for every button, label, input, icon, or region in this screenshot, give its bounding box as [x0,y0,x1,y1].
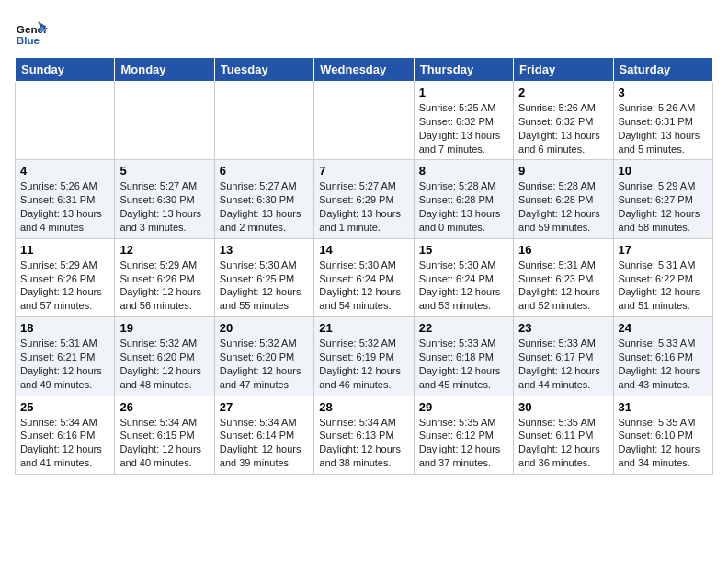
calendar-header-friday: Friday [514,58,613,82]
day-info: Sunrise: 5:32 AM Sunset: 6:20 PM Dayligh… [119,337,209,391]
calendar-week-row: 4Sunrise: 5:26 AM Sunset: 6:31 PM Daylig… [16,160,713,238]
day-number: 29 [419,400,508,414]
day-info: Sunrise: 5:27 AM Sunset: 6:30 PM Dayligh… [119,179,209,234]
day-number: 20 [220,321,309,335]
day-info: Sunrise: 5:31 AM Sunset: 6:23 PM Dayligh… [518,259,608,313]
day-number: 8 [419,164,508,178]
day-number: 2 [518,86,608,99]
day-number: 14 [319,243,408,257]
day-info: Sunrise: 5:29 AM Sunset: 6:27 PM Dayligh… [619,179,708,234]
day-info: Sunrise: 5:27 AM Sunset: 6:29 PM Dayligh… [319,179,408,234]
calendar-cell: 11Sunrise: 5:29 AM Sunset: 6:26 PM Dayli… [16,238,115,316]
day-number: 17 [619,243,708,257]
day-number: 13 [220,243,309,257]
day-number: 7 [319,164,408,178]
day-number: 10 [619,164,708,178]
day-info: Sunrise: 5:26 AM Sunset: 6:32 PM Dayligh… [518,101,608,155]
day-info: Sunrise: 5:25 AM Sunset: 6:32 PM Dayligh… [419,101,508,155]
day-number: 31 [619,400,708,414]
day-info: Sunrise: 5:28 AM Sunset: 6:28 PM Dayligh… [419,179,508,234]
day-info: Sunrise: 5:33 AM Sunset: 6:18 PM Dayligh… [419,337,508,391]
day-info: Sunrise: 5:35 AM Sunset: 6:11 PM Dayligh… [518,416,608,470]
day-info: Sunrise: 5:34 AM Sunset: 6:13 PM Dayligh… [319,416,408,470]
calendar-cell: 26Sunrise: 5:34 AM Sunset: 6:15 PM Dayli… [115,396,214,474]
calendar-cell: 8Sunrise: 5:28 AM Sunset: 6:28 PM Daylig… [414,160,513,238]
day-number: 16 [518,243,608,257]
day-info: Sunrise: 5:34 AM Sunset: 6:15 PM Dayligh… [119,416,209,470]
calendar-cell: 12Sunrise: 5:29 AM Sunset: 6:26 PM Dayli… [115,238,214,316]
day-info: Sunrise: 5:33 AM Sunset: 6:16 PM Dayligh… [619,337,708,391]
calendar-cell: 21Sunrise: 5:32 AM Sunset: 6:19 PM Dayli… [314,317,414,396]
day-number: 22 [419,321,508,335]
day-number: 5 [119,164,209,178]
day-info: Sunrise: 5:29 AM Sunset: 6:26 PM Dayligh… [119,259,209,313]
day-number: 28 [319,400,408,414]
page-header: General Blue [15,15,713,48]
day-number: 30 [518,400,608,414]
calendar-cell [115,82,214,160]
calendar-week-row: 1Sunrise: 5:25 AM Sunset: 6:32 PM Daylig… [16,82,713,160]
day-number: 12 [119,243,209,257]
calendar-cell: 18Sunrise: 5:31 AM Sunset: 6:21 PM Dayli… [16,317,115,396]
calendar-cell: 31Sunrise: 5:35 AM Sunset: 6:10 PM Dayli… [613,396,712,474]
day-number: 27 [220,400,309,414]
calendar-cell: 23Sunrise: 5:33 AM Sunset: 6:17 PM Dayli… [514,317,613,396]
calendar-header-saturday: Saturday [613,58,712,82]
calendar-cell: 28Sunrise: 5:34 AM Sunset: 6:13 PM Dayli… [314,396,414,474]
day-number: 11 [20,243,109,257]
day-number: 6 [220,164,309,178]
calendar-cell: 13Sunrise: 5:30 AM Sunset: 6:25 PM Dayli… [214,238,313,316]
day-info: Sunrise: 5:30 AM Sunset: 6:25 PM Dayligh… [220,259,309,313]
day-number: 19 [119,321,209,335]
calendar-cell: 7Sunrise: 5:27 AM Sunset: 6:29 PM Daylig… [314,160,414,238]
day-info: Sunrise: 5:34 AM Sunset: 6:14 PM Dayligh… [220,416,309,470]
calendar-cell [214,82,313,160]
calendar-cell [16,82,115,160]
calendar-cell: 16Sunrise: 5:31 AM Sunset: 6:23 PM Dayli… [514,238,613,316]
calendar-cell [314,82,414,160]
calendar-header-sunday: Sunday [16,58,115,82]
calendar-cell: 27Sunrise: 5:34 AM Sunset: 6:14 PM Dayli… [214,396,313,474]
calendar-cell: 15Sunrise: 5:30 AM Sunset: 6:24 PM Dayli… [414,238,513,316]
calendar-cell: 20Sunrise: 5:32 AM Sunset: 6:20 PM Dayli… [214,317,313,396]
day-info: Sunrise: 5:29 AM Sunset: 6:26 PM Dayligh… [20,259,109,313]
calendar-cell: 5Sunrise: 5:27 AM Sunset: 6:30 PM Daylig… [115,160,214,238]
calendar-header-tuesday: Tuesday [214,58,313,82]
day-info: Sunrise: 5:30 AM Sunset: 6:24 PM Dayligh… [319,259,408,313]
calendar-header-row: SundayMondayTuesdayWednesdayThursdayFrid… [16,58,713,82]
day-number: 21 [319,321,408,335]
calendar-cell: 4Sunrise: 5:26 AM Sunset: 6:31 PM Daylig… [16,160,115,238]
calendar-cell: 3Sunrise: 5:26 AM Sunset: 6:31 PM Daylig… [613,82,712,160]
calendar-cell: 14Sunrise: 5:30 AM Sunset: 6:24 PM Dayli… [314,238,414,316]
calendar-week-row: 11Sunrise: 5:29 AM Sunset: 6:26 PM Dayli… [16,238,713,316]
day-info: Sunrise: 5:31 AM Sunset: 6:21 PM Dayligh… [20,337,109,391]
calendar-cell: 6Sunrise: 5:27 AM Sunset: 6:30 PM Daylig… [214,160,313,238]
day-info: Sunrise: 5:35 AM Sunset: 6:12 PM Dayligh… [419,416,508,470]
logo: General Blue [15,15,51,48]
day-number: 3 [619,86,708,99]
day-number: 15 [419,243,508,257]
day-number: 9 [518,164,608,178]
calendar-header-thursday: Thursday [414,58,513,82]
day-number: 23 [518,321,608,335]
calendar-week-row: 18Sunrise: 5:31 AM Sunset: 6:21 PM Dayli… [16,317,713,396]
calendar-cell: 1Sunrise: 5:25 AM Sunset: 6:32 PM Daylig… [414,82,513,160]
day-number: 24 [619,321,708,335]
calendar-week-row: 25Sunrise: 5:34 AM Sunset: 6:16 PM Dayli… [16,396,713,474]
calendar-cell: 19Sunrise: 5:32 AM Sunset: 6:20 PM Dayli… [115,317,214,396]
calendar-table: SundayMondayTuesdayWednesdayThursdayFrid… [15,57,713,475]
day-info: Sunrise: 5:28 AM Sunset: 6:28 PM Dayligh… [518,179,608,234]
day-number: 4 [20,164,109,178]
day-number: 1 [419,86,508,99]
svg-text:Blue: Blue [17,34,40,46]
calendar-cell: 10Sunrise: 5:29 AM Sunset: 6:27 PM Dayli… [613,160,712,238]
day-info: Sunrise: 5:27 AM Sunset: 6:30 PM Dayligh… [220,179,309,234]
day-info: Sunrise: 5:31 AM Sunset: 6:22 PM Dayligh… [619,259,708,313]
day-info: Sunrise: 5:26 AM Sunset: 6:31 PM Dayligh… [20,179,109,234]
calendar-cell: 2Sunrise: 5:26 AM Sunset: 6:32 PM Daylig… [514,82,613,160]
day-info: Sunrise: 5:34 AM Sunset: 6:16 PM Dayligh… [20,416,109,470]
day-info: Sunrise: 5:26 AM Sunset: 6:31 PM Dayligh… [619,101,708,155]
calendar-cell: 24Sunrise: 5:33 AM Sunset: 6:16 PM Dayli… [613,317,712,396]
calendar-cell: 22Sunrise: 5:33 AM Sunset: 6:18 PM Dayli… [414,317,513,396]
day-info: Sunrise: 5:32 AM Sunset: 6:20 PM Dayligh… [220,337,309,391]
